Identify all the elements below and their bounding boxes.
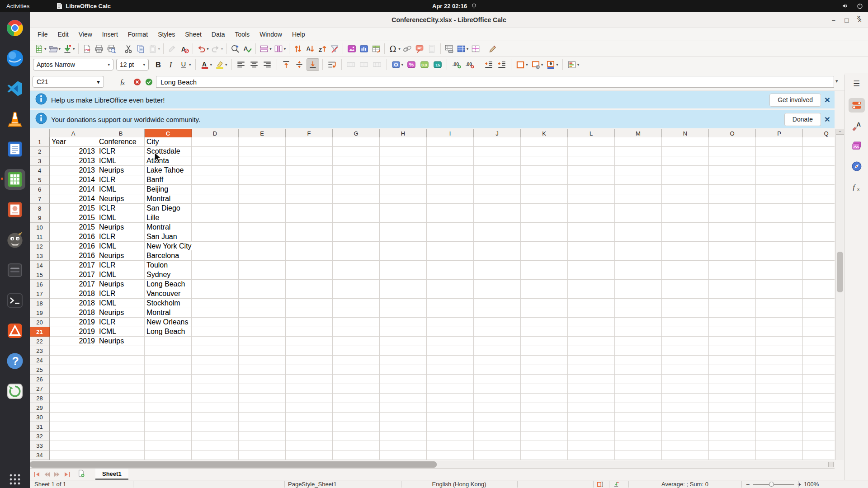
row-header-6[interactable]: 6	[30, 185, 50, 194]
cell-F13[interactable]	[286, 251, 333, 261]
menu-insert[interactable]: Insert	[97, 29, 123, 39]
cell-M30[interactable]	[615, 413, 662, 422]
cell-E23[interactable]	[239, 346, 286, 356]
cell-A13[interactable]: 2016	[50, 251, 97, 261]
cell-O16[interactable]	[709, 280, 756, 289]
cell-N3[interactable]	[662, 156, 709, 166]
cell-B29[interactable]	[97, 403, 145, 413]
chevron-down-icon[interactable]: ▾	[158, 47, 160, 51]
cell-D5[interactable]	[192, 175, 239, 185]
cell-B17[interactable]: ICLR	[97, 289, 145, 299]
cell-C11[interactable]: San Juan	[145, 232, 192, 242]
copy-button[interactable]	[135, 42, 147, 55]
cell-Q4[interactable]	[803, 166, 835, 175]
cell-B1[interactable]: Conference	[97, 137, 145, 147]
row-header-24[interactable]: 24	[30, 356, 50, 365]
cell-F16[interactable]	[286, 280, 333, 289]
name-box[interactable]: C21 ▾	[33, 76, 104, 88]
cell-C25[interactable]	[145, 365, 192, 375]
cell-E31[interactable]	[239, 422, 286, 432]
conditional-formatting-button[interactable]: ▾	[566, 58, 580, 71]
cell-N14[interactable]	[662, 261, 709, 270]
cell-L7[interactable]	[568, 194, 615, 204]
column-header-J[interactable]: J	[474, 129, 521, 137]
cell-M21[interactable]	[615, 327, 662, 337]
sheet-tab-sheet1[interactable]: Sheet1	[95, 469, 128, 480]
cell-I25[interactable]	[427, 365, 474, 375]
save-button[interactable]: ▾	[61, 42, 76, 55]
cell-D29[interactable]	[192, 403, 239, 413]
cell-J6[interactable]	[474, 185, 521, 194]
dock-item-libreoffice-impress[interactable]	[5, 199, 25, 220]
dock-item-libreoffice-writer[interactable]	[5, 139, 25, 160]
cell-B13[interactable]: Neurips	[97, 251, 145, 261]
column-header-A[interactable]: A	[50, 129, 97, 137]
merge-cells-format-button[interactable]	[469, 42, 481, 55]
cell-H6[interactable]	[380, 185, 427, 194]
vertical-split-handle[interactable]: −	[836, 129, 844, 135]
cell-J23[interactable]	[474, 346, 521, 356]
clock-menu[interactable]: Apr 22 02:16	[432, 0, 477, 12]
zoom-track[interactable]	[753, 484, 794, 485]
cell-Q12[interactable]	[803, 242, 835, 251]
cell-I33[interactable]	[427, 441, 474, 450]
cell-J31[interactable]	[474, 422, 521, 432]
cell-K11[interactable]	[521, 232, 568, 242]
cell-I7[interactable]	[427, 194, 474, 204]
cell-L20[interactable]	[568, 318, 615, 327]
print-preview-button[interactable]	[105, 42, 118, 55]
cell-J11[interactable]	[474, 232, 521, 242]
cell-I14[interactable]	[427, 261, 474, 270]
cell-N13[interactable]	[662, 251, 709, 261]
cell-A31[interactable]	[50, 422, 97, 432]
cell-O23[interactable]	[709, 346, 756, 356]
cell-H2[interactable]	[380, 147, 427, 156]
cell-E26[interactable]	[239, 375, 286, 384]
cell-C13[interactable]: Barcelona	[145, 251, 192, 261]
cell-H15[interactable]	[380, 270, 427, 280]
cell-L22[interactable]	[568, 337, 615, 346]
cell-K15[interactable]	[521, 270, 568, 280]
sidebar-navigator-icon[interactable]	[849, 159, 865, 174]
cell-E18[interactable]	[239, 299, 286, 308]
cell-P2[interactable]	[756, 147, 803, 156]
cell-D14[interactable]	[192, 261, 239, 270]
sidebar-properties-icon[interactable]	[849, 98, 865, 113]
cell-F24[interactable]	[286, 356, 333, 365]
cell-E29[interactable]	[239, 403, 286, 413]
cell-B8[interactable]: ICLR	[97, 204, 145, 213]
cell-B10[interactable]: Neurips	[97, 223, 145, 232]
cell-B31[interactable]	[97, 422, 145, 432]
cell-N23[interactable]	[662, 346, 709, 356]
column-header-K[interactable]: K	[521, 129, 568, 137]
cell-H34[interactable]	[380, 450, 427, 460]
row-header-17[interactable]: 17	[30, 289, 50, 299]
cell-Q24[interactable]	[803, 356, 835, 365]
dock-item-libreoffice-calc[interactable]	[5, 169, 25, 190]
chevron-down-icon[interactable]: ▾	[541, 62, 543, 67]
cell-E15[interactable]	[239, 270, 286, 280]
cell-K34[interactable]	[521, 450, 568, 460]
cell-E16[interactable]	[239, 280, 286, 289]
column-header-G[interactable]: G	[333, 129, 380, 137]
delete-decimal-button[interactable]: .00	[463, 58, 476, 71]
cell-C33[interactable]	[145, 441, 192, 450]
dock-item-gimp[interactable]	[5, 230, 25, 250]
cell-M20[interactable]	[615, 318, 662, 327]
chevron-down-icon[interactable]: ▾	[467, 47, 469, 51]
cell-C31[interactable]	[145, 422, 192, 432]
cell-G27[interactable]	[333, 384, 380, 394]
cell-P13[interactable]	[756, 251, 803, 261]
cell-H16[interactable]	[380, 280, 427, 289]
cell-D19[interactable]	[192, 308, 239, 318]
cell-P32[interactable]	[756, 432, 803, 441]
cell-E33[interactable]	[239, 441, 286, 450]
cell-M12[interactable]	[615, 242, 662, 251]
cell-F32[interactable]	[286, 432, 333, 441]
cell-F27[interactable]	[286, 384, 333, 394]
language-status[interactable]: English (Hong Kong)	[401, 481, 517, 488]
cell-L21[interactable]	[568, 327, 615, 337]
row-header-22[interactable]: 22	[30, 337, 50, 346]
cell-P23[interactable]	[756, 346, 803, 356]
cell-A26[interactable]	[50, 375, 97, 384]
